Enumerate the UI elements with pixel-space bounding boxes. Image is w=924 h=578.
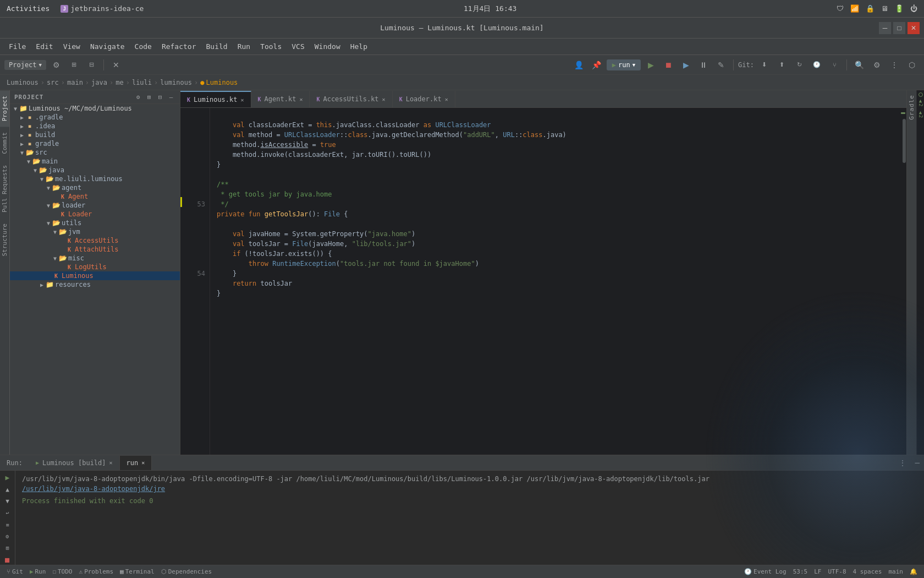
breadcrumb-java[interactable]: java [91,79,107,86]
tab-luminous[interactable]: K Luminous.kt ✕ [180,91,251,107]
breadcrumb-src[interactable]: src [47,79,59,86]
run-pause-btn[interactable]: ⏸ [696,57,711,73]
sidebar-close-btn[interactable]: — [167,92,175,101]
breadcrumb-main[interactable]: main [67,79,83,86]
tree-luminous-file[interactable]: K Luminous [10,271,180,280]
menu-window[interactable]: Window [310,41,345,52]
tree-gradle[interactable]: ▶ ▪ gradle [10,139,180,148]
maximize-button[interactable]: □ [893,22,905,34]
run-status-btn[interactable]: ▶ Run [30,568,46,575]
tab-close[interactable]: ✕ [109,460,113,466]
toolbar-collapse-btn[interactable]: ⊟ [84,57,99,73]
tree-build[interactable]: ▶ ▪ build [10,130,180,139]
run-config-btn[interactable]: ▶ run ▼ [607,59,641,70]
tree-root[interactable]: ▼ 📁 Luminous ~/MC/mod/Luminous [10,104,180,113]
settings-btn[interactable]: ⚙ [869,57,884,73]
menu-view[interactable]: View [59,41,85,52]
more-options-btn[interactable]: ⋮ [894,459,911,467]
git-history-btn[interactable]: 🕐 [809,57,824,73]
tree-agent-file[interactable]: K Agent [10,192,180,201]
commit-panel-label[interactable]: Commit [0,127,9,160]
minimize-button[interactable]: ─ [879,22,891,34]
breadcrumb-luminous2[interactable]: luminous [160,79,192,86]
tree-access-file[interactable]: K AccessUtils [10,236,180,245]
line-sep-indicator[interactable]: LF [814,568,821,575]
close-button[interactable]: ✕ [908,22,920,34]
dependencies-btn[interactable]: ⬡ Dependencies [161,568,212,575]
tree-gradle-hidden[interactable]: ▶ ▪ .gradle [10,113,180,122]
tab-agent[interactable]: K Agent.kt ✕ [251,91,310,107]
run-tab-run[interactable]: run ✕ [120,456,152,470]
tree-utils-folder[interactable]: ▼ 📂 utils [10,219,180,227]
tab-close-btn[interactable]: ✕ [241,97,244,103]
run-edit-btn[interactable]: ✎ [713,57,729,73]
tree-jvm-folder[interactable]: ▼ 📂 jvm [10,227,180,236]
event-log-btn[interactable]: 🕐 Event Log [744,568,787,575]
toolbar-expand-btn[interactable]: ⊞ [66,57,81,73]
tree-loader-file[interactable]: K Loader [10,210,180,219]
terminal-btn[interactable]: ▦ Terminal [120,568,155,575]
breadcrumb-me[interactable]: me [116,79,123,86]
git-pull-btn[interactable]: ⬇ [756,57,772,73]
indent-indicator[interactable]: 4 spaces [853,568,882,575]
tree-log-file[interactable]: K LogUtils [10,263,180,271]
sidebar-expand-btn[interactable]: ⊞ [145,92,153,101]
run-layout-btn[interactable]: ⊞ [2,543,14,553]
branch-indicator[interactable]: main [889,568,904,575]
encoding-indicator[interactable]: UTF-8 [828,568,846,575]
run-coverage-btn[interactable]: ▶ [678,57,694,73]
tree-main[interactable]: ▼ 📂 main [10,157,180,166]
expand-ide-btn[interactable]: ⬡ [904,57,920,73]
menu-refactor[interactable]: Refactor [157,41,201,52]
menu-vcs[interactable]: VCS [287,41,309,52]
tree-idea[interactable]: ▶ ▪ .idea [10,122,180,130]
tab-loader[interactable]: K Loader.kt ✕ [393,91,455,107]
toolbar-settings-btn[interactable]: ⚙ [48,57,64,73]
project-panel-label[interactable]: Project [0,90,9,127]
run-settings-btn[interactable]: ⚙ [2,532,14,541]
run-up-btn[interactable]: ▲ [2,484,14,494]
toolbar-pin-btn[interactable]: 📌 [589,57,604,73]
run-stop-btn[interactable]: ⏹ [661,57,676,73]
sidebar-collapse-btn[interactable]: ⊟ [156,92,164,101]
menu-file[interactable]: File [4,41,30,52]
tab-access[interactable]: K AccessUtils.kt ✕ [310,91,392,107]
run-link[interactable]: /usr/lib/jvm/java-8-adoptopenjdk/jre [22,485,165,493]
breadcrumb-liuli[interactable]: liuli [132,79,152,86]
menu-code[interactable]: Code [130,41,156,52]
more-btn[interactable]: ⋮ [887,57,902,73]
tree-loader-folder[interactable]: ▼ 📂 loader [10,201,180,210]
menu-navigate[interactable]: Navigate [86,41,129,52]
problems-btn[interactable]: ⚠ Problems [79,568,114,575]
tree-resources[interactable]: ▶ 📁 resources [10,280,180,289]
run-stop-red-btn[interactable]: ⏹ [2,555,14,565]
position-indicator[interactable]: 53:5 [793,568,808,575]
pull-requests-label[interactable]: Pull Requests [0,160,9,218]
breadcrumb-luminous-file[interactable]: ● Luminous [200,79,238,86]
todo-btn[interactable]: ☐ TODO [52,568,72,575]
sidebar-gear-btn[interactable]: ⚙ [134,92,142,101]
tree-attach-file[interactable]: K AttachUtils [10,245,180,254]
account-btn[interactable]: 👤 [571,57,587,73]
run-play-btn[interactable]: ▶ [2,473,14,482]
code-content[interactable]: val classLoaderExt = this.javaClass.clas… [210,108,900,455]
git-push-btn[interactable]: ⬆ [774,57,789,73]
breadcrumb-luminous[interactable]: Luminous [7,79,38,86]
tree-java[interactable]: ▼ 📂 java [10,166,180,175]
project-dropdown[interactable]: Project ▼ [4,60,46,70]
toolbar-close-btn[interactable]: ✕ [108,57,124,73]
run-tab-build[interactable]: ▶ Luminous [build] ✕ [29,456,120,470]
gradle-label[interactable]: Gradle [908,95,915,120]
tree-agent-folder[interactable]: ▼ 📂 agent [10,183,180,192]
tab-close[interactable]: ✕ [141,460,145,466]
git-update-btn[interactable]: ↻ [791,57,807,73]
structure-label[interactable]: Structure [0,218,9,262]
tree-package[interactable]: ▼ 📂 me.liuli.luminous [10,175,180,183]
menu-run[interactable]: Run [233,41,255,52]
menu-edit[interactable]: Edit [31,41,57,52]
activities-label[interactable]: Activities [7,4,50,13]
search-everywhere-btn[interactable]: 🔍 [851,57,867,73]
editor-scrollbar[interactable] [900,108,906,455]
run-filter-btn[interactable]: ≡ [2,520,14,530]
run-wrap-btn[interactable]: ↩ [2,508,14,517]
